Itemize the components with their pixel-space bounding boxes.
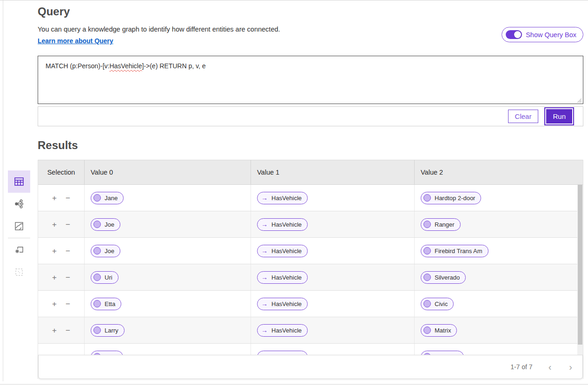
- left-panel-divider: [3, 0, 3, 381]
- entity-pill[interactable]: Larry: [91, 324, 125, 337]
- relationship-pill[interactable]: → HasVehicle: [257, 324, 308, 337]
- entity-label: Uri: [105, 274, 112, 281]
- add-to-selection-button[interactable]: +: [51, 246, 58, 256]
- relationship-pill[interactable]: → HasVehicle: [257, 245, 308, 257]
- remove-from-selection-button[interactable]: −: [65, 326, 71, 335]
- relationship-arrow-icon: →: [261, 247, 268, 254]
- relationship-pill[interactable]: → HasVehicle: [257, 298, 308, 310]
- value2-cell: Silverado: [414, 264, 583, 290]
- bottom-panel-divider: [0, 384, 588, 385]
- link-chart-view-button[interactable]: [8, 193, 30, 215]
- entity-pill[interactable]: Ranger: [421, 218, 461, 231]
- value1-cell: → HasVehicle: [251, 185, 414, 211]
- remove-from-selection-button[interactable]: −: [65, 193, 71, 203]
- entity-pill[interactable]: Uri: [91, 271, 119, 284]
- selection-cell: + −: [38, 211, 84, 237]
- add-to-selection-button[interactable]: +: [51, 193, 58, 203]
- relationship-pill[interactable]: → HasVehicle: [257, 351, 308, 355]
- relationship-arrow-icon: →: [261, 326, 268, 334]
- add-to-selection-button[interactable]: +: [51, 299, 58, 309]
- add-to-map-button[interactable]: [8, 239, 30, 261]
- value1-cell: → HasVehicle: [251, 211, 414, 237]
- relationship-arrow-icon: →: [261, 274, 268, 281]
- query-text-after: ]->(e) RETURN p, v, e: [142, 62, 205, 70]
- show-query-box-toggle[interactable]: Show Query Box: [502, 27, 583, 42]
- relationship-pill[interactable]: → HasVehicle: [257, 218, 308, 231]
- scrollbar-thumb[interactable]: [578, 185, 582, 345]
- entity-pill[interactable]: Lucy: [91, 351, 123, 355]
- add-to-map-icon: [14, 245, 24, 255]
- entity-pill[interactable]: Hardtop 2-door: [421, 192, 481, 204]
- value2-cell: Mustang: [414, 344, 583, 355]
- add-to-selection-button[interactable]: +: [51, 273, 58, 282]
- entity-label: Larry: [105, 327, 119, 334]
- entity-label: Jane: [105, 195, 118, 202]
- remove-from-selection-button[interactable]: −: [65, 220, 71, 229]
- query-actions-bar: Clear Run: [38, 106, 583, 126]
- table-view-button[interactable]: [8, 170, 30, 193]
- entity-icon: [93, 247, 101, 254]
- value0-cell: Lucy: [84, 344, 251, 355]
- map-view-button[interactable]: [8, 215, 30, 237]
- entity-pill[interactable]: Silverado: [421, 271, 466, 284]
- map-icon: [14, 221, 24, 231]
- table-row: + − Uri → HasVehicle Silverado: [38, 264, 583, 291]
- entity-pill[interactable]: Joe: [91, 218, 120, 231]
- table-row: + − Joe → HasVehicle Ranger: [38, 211, 583, 238]
- entity-pill[interactable]: Civic: [421, 298, 454, 310]
- view-switcher-rail: [8, 170, 30, 283]
- entity-icon: [93, 274, 101, 281]
- query-text-misspelled: HasVehicle: [109, 62, 142, 70]
- column-header-selection: Selection: [38, 160, 84, 184]
- query-input[interactable]: MATCH (p:Person)-[v:HasVehicle]->(e) RET…: [38, 56, 583, 104]
- rail-divider: [8, 238, 30, 238]
- value1-cell: → HasVehicle: [251, 317, 414, 343]
- table-header-row: Selection Value 0 Value 1 Value 2: [38, 160, 583, 185]
- entity-icon: [423, 274, 431, 281]
- results-table: Selection Value 0 Value 1 Value 2 + − Ja…: [38, 160, 583, 379]
- value2-cell: Firebird Trans Am: [414, 238, 583, 264]
- toggle-switch-icon[interactable]: [506, 30, 522, 39]
- entity-pill[interactable]: Matrix: [421, 324, 457, 337]
- entity-pill[interactable]: Joe: [91, 245, 120, 257]
- toggle-knob: [514, 31, 521, 38]
- entity-pill[interactable]: Jane: [91, 192, 124, 204]
- remove-from-selection-button[interactable]: −: [65, 273, 71, 282]
- table-icon: [14, 176, 24, 187]
- entity-icon: [423, 300, 431, 307]
- relationship-pill[interactable]: → HasVehicle: [257, 271, 308, 284]
- entity-pill[interactable]: Mustang: [421, 351, 464, 355]
- next-page-button[interactable]: ›: [567, 362, 574, 372]
- selection-tools-button: [8, 261, 30, 283]
- entity-pill[interactable]: Etta: [91, 298, 121, 310]
- value2-cell: Civic: [414, 291, 583, 317]
- learn-more-link[interactable]: Learn more about Query: [38, 37, 113, 45]
- run-button[interactable]: Run: [546, 109, 572, 124]
- resize-handle[interactable]: [576, 97, 582, 103]
- remove-from-selection-button[interactable]: −: [65, 246, 71, 256]
- table-body: + − Jane → HasVehicle Hardtop 2-door + −: [38, 185, 583, 355]
- value0-cell: Joe: [84, 211, 251, 237]
- entity-label: Civic: [435, 300, 448, 307]
- entity-pill[interactable]: Firebird Trans Am: [421, 245, 489, 257]
- entity-icon: [93, 300, 101, 307]
- previous-page-button[interactable]: ‹: [547, 362, 554, 372]
- entity-label: Joe: [105, 221, 114, 228]
- add-to-selection-button[interactable]: +: [51, 326, 58, 335]
- column-header-value2: Value 2: [414, 160, 583, 184]
- entity-label: Matrix: [435, 327, 451, 334]
- remove-from-selection-button[interactable]: −: [65, 299, 71, 309]
- entity-icon: [93, 326, 101, 334]
- table-body-viewport: + − Jane → HasVehicle Hardtop 2-door + −: [38, 185, 583, 355]
- value2-cell: Hardtop 2-door: [414, 185, 583, 211]
- relationship-pill[interactable]: → HasVehicle: [257, 192, 308, 204]
- add-to-selection-button[interactable]: +: [51, 220, 58, 229]
- selection-cell: + −: [38, 185, 84, 211]
- value1-cell: → HasVehicle: [251, 264, 414, 290]
- value1-cell: → HasVehicle: [251, 238, 414, 264]
- relationship-arrow-icon: →: [261, 221, 268, 228]
- value0-cell: Jane: [84, 185, 251, 211]
- results-heading: Results: [38, 139, 78, 152]
- clear-button[interactable]: Clear: [508, 110, 539, 123]
- value1-cell: → HasVehicle: [251, 291, 414, 317]
